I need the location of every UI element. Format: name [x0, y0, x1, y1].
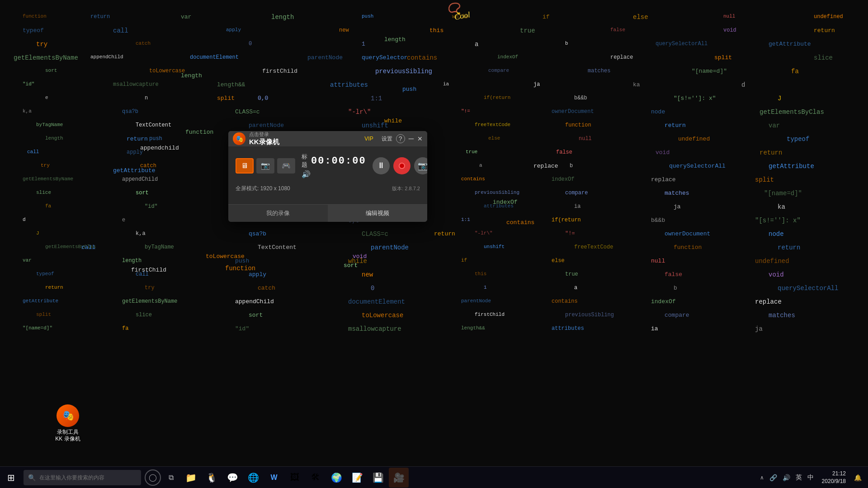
- taskbar: ⊞ 🔍 ◯ ⧉ 📁 🐧 💬 🌐 W 🖼 🛠: [0, 466, 868, 488]
- label-row: 标题 00:00:00: [302, 153, 366, 169]
- search-input[interactable]: [39, 474, 130, 481]
- taskbar-icon-photos[interactable]: 🖼: [285, 468, 305, 488]
- title-group: 点击登录 KK录像机: [249, 131, 361, 146]
- minimize-button[interactable]: ─: [409, 135, 414, 142]
- tool1-icon: 🛠: [311, 472, 320, 483]
- taskbar-icon-chrome[interactable]: 🌐: [243, 468, 263, 488]
- notepad-icon: 📝: [352, 472, 363, 483]
- tray-input-icon[interactable]: 中: [806, 473, 816, 483]
- close-button[interactable]: ✕: [417, 135, 423, 142]
- start-button[interactable]: ⊞: [0, 467, 22, 488]
- record-button[interactable]: [393, 157, 410, 174]
- mode-buttons: 🖥 📷 🎮: [236, 158, 295, 174]
- tray-network-icon[interactable]: 🔗: [768, 473, 779, 482]
- version-info: 版本: 2.8.7.2: [392, 185, 420, 192]
- game-mode-button[interactable]: 🎮: [277, 158, 295, 174]
- taskbar-icon-file-explorer[interactable]: 📁: [181, 468, 201, 488]
- fullscreen-info: 全屏模式: 868 x 488: [236, 185, 290, 192]
- window-body: 🖥 📷 🎮 标题 00:00:00 🔊 ⏸ 📷: [228, 146, 427, 204]
- cortana-button[interactable]: ◯: [145, 469, 161, 486]
- help-button[interactable]: ?: [396, 134, 405, 143]
- tab-my-recordings[interactable]: 我的录像: [228, 205, 328, 222]
- camera-mode-button[interactable]: 📷: [256, 158, 274, 174]
- window-titlebar: 🎭 点击登录 KK录像机 VIP 设置 ? ─ ✕: [228, 131, 427, 146]
- timer-area: 标题 00:00:00 🔊: [302, 153, 366, 178]
- desktop-icon-image: 🎭: [57, 404, 79, 427]
- windows-logo-icon: ⊞: [7, 472, 15, 483]
- kk-icon: 🎥: [393, 472, 405, 483]
- vip-badge[interactable]: VIP: [364, 136, 373, 142]
- tab-edit-video[interactable]: 编辑视频: [328, 205, 427, 222]
- taskbar-icon-wechat[interactable]: 💬: [222, 468, 242, 488]
- record-indicator: [399, 163, 405, 169]
- window-tabs: 我的录像 编辑视频: [228, 204, 427, 222]
- wechat-icon: 💬: [227, 472, 238, 483]
- volume-icon[interactable]: 🔊: [302, 170, 311, 178]
- taskbar-right: ∧ 🔗 🔊 英 中 21:12 2020/9/18 🔔: [758, 469, 868, 486]
- desktop-icon-kk[interactable]: 🎭 录制工具 KK 录像机: [50, 404, 86, 443]
- sys-tray: ∧ 🔗 🔊 英 中: [758, 473, 816, 483]
- app-title: KK录像机: [249, 138, 361, 146]
- taskbar-icon-tool1[interactable]: 🛠: [306, 468, 326, 488]
- recording-controls: 🖥 📷 🎮 标题 00:00:00 🔊 ⏸ 📷: [236, 153, 420, 178]
- taskbar-icon-storage[interactable]: 💾: [368, 468, 388, 488]
- file-explorer-icon: 📁: [185, 472, 197, 483]
- desktop-icon-label: 录制工具 KK 录像机: [55, 429, 80, 443]
- taskbar-icon-kk[interactable]: 🎥: [389, 468, 409, 488]
- taskbar-icon-word[interactable]: W: [264, 468, 284, 488]
- tray-volume-icon[interactable]: 🔊: [781, 473, 792, 482]
- tray-lang-icon[interactable]: 英: [794, 473, 804, 483]
- taskbar-search-box[interactable]: 🔍: [24, 470, 141, 485]
- task-view-icon: ⧉: [169, 474, 174, 482]
- cortana-icon: ◯: [149, 473, 157, 482]
- pause-button[interactable]: ⏸: [373, 157, 390, 174]
- task-view-button[interactable]: ⧉: [163, 469, 179, 486]
- kk-recorder-window: 🎭 点击登录 KK录像机 VIP 设置 ? ─ ✕ 🖥 📷 🎮 标题 00:00: [228, 131, 427, 222]
- settings-button[interactable]: 设置: [382, 135, 392, 143]
- clock-date: 2020/9/18: [822, 478, 846, 485]
- storage-icon: 💾: [373, 472, 384, 483]
- info-row: 全屏模式: 868 x 488 版本: 2.8.7.2: [236, 185, 420, 192]
- photos-icon: 🖼: [290, 472, 299, 483]
- title-label: 标题: [302, 153, 307, 169]
- notification-icon[interactable]: 🔔: [852, 473, 863, 482]
- action-buttons: ⏸ 📷: [373, 157, 427, 174]
- search-icon: 🔍: [28, 474, 36, 481]
- taskbar-icon-browser2[interactable]: 🌍: [326, 468, 346, 488]
- word-icon: W: [270, 474, 277, 482]
- system-clock[interactable]: 21:12 2020/9/18: [818, 469, 849, 486]
- app-logo: 🎭: [233, 132, 245, 145]
- chrome-icon: 🌐: [248, 472, 259, 483]
- taskbar-icon-notepad[interactable]: 📝: [347, 468, 367, 488]
- screen-mode-button[interactable]: 🖥: [236, 158, 254, 174]
- taskbar-app-icons: 📁 🐧 💬 🌐 W 🖼 🛠 🌍 📝 💾 🎥: [181, 468, 409, 488]
- login-link[interactable]: 点击登录: [249, 131, 361, 138]
- qq-icon: 🐧: [206, 472, 217, 483]
- taskbar-icon-qq[interactable]: 🐧: [202, 468, 222, 488]
- timer-display: 00:00:00: [311, 155, 366, 167]
- clock-time: 21:12: [822, 470, 846, 478]
- tray-arrow[interactable]: ∧: [758, 473, 766, 483]
- code-background: functionreturnvarlengthpushwhileifelsenu…: [0, 0, 868, 466]
- screenshot-button[interactable]: 📷: [414, 157, 427, 174]
- browser2-icon: 🌍: [331, 472, 342, 483]
